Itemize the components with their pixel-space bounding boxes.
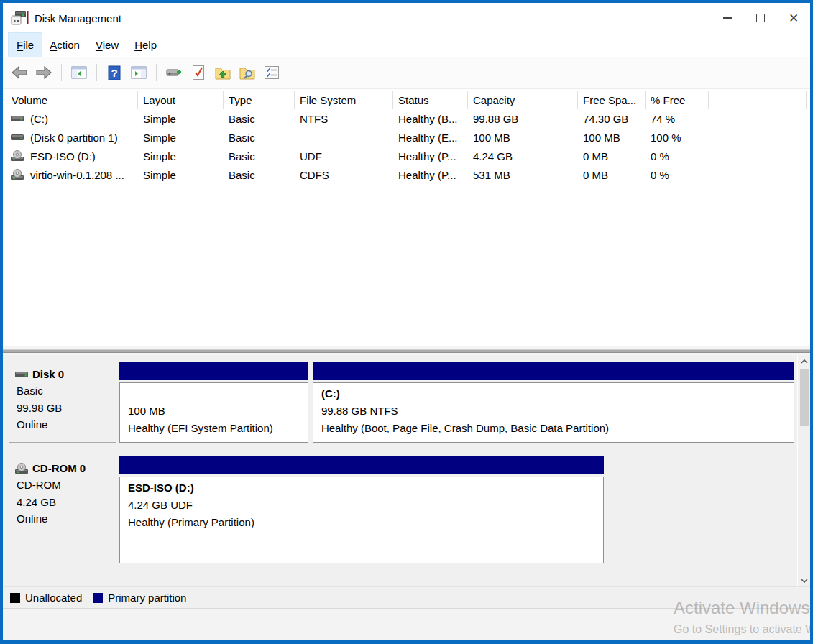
column-header-status[interactable]: Status (393, 91, 468, 109)
splitter-bar (3, 349, 810, 353)
back-button[interactable] (9, 62, 30, 83)
folder-up-icon (215, 65, 231, 80)
partition-info-box: 100 MB Healthy (EFI System Partition) (119, 382, 308, 443)
console-tree-icon (71, 65, 87, 80)
column-header-empty[interactable] (709, 91, 807, 109)
cdrom-0-label[interactable]: CD-ROM 0 CD-ROM 4.24 GB Online (9, 456, 116, 564)
back-arrow-icon (11, 65, 28, 80)
toolbar-separator (156, 64, 157, 81)
status-bar (3, 608, 810, 640)
help-button[interactable]: ? (104, 62, 125, 83)
maximize-button[interactable] (744, 3, 777, 33)
check-document-button[interactable] (188, 62, 209, 83)
menu-help[interactable]: Help (127, 33, 165, 57)
menu-view[interactable]: View (88, 33, 127, 57)
unallocated-label: Unallocated (25, 592, 82, 604)
forward-arrow-icon (35, 65, 52, 80)
pane-splitter[interactable] (3, 346, 810, 355)
hard-disk-icon (15, 369, 29, 380)
partition-color-bar (313, 362, 794, 380)
partition-color-bar (119, 456, 604, 474)
cdrom-0-row: CD-ROM 0 CD-ROM 4.24 GB Online ESD-ISO (… (3, 448, 797, 569)
properties-checklist-icon (264, 65, 280, 80)
menu-view-label: V (96, 39, 103, 51)
show-action-pane-button[interactable] (128, 62, 150, 83)
disk-0-status: Online (17, 416, 111, 433)
legend-bar: Unallocated Primary partition (3, 586, 810, 608)
unallocated-swatch (10, 593, 20, 603)
toolbar-separator (96, 64, 97, 81)
cdrom-0-type: CD-ROM (17, 477, 111, 493)
partition-efi-system[interactable]: 100 MB Healthy (EFI System Partition) (119, 362, 308, 443)
primary-partition-label: Primary partition (108, 592, 186, 604)
disk-0-label[interactable]: Disk 0 Basic 99.98 GB Online (9, 362, 116, 443)
volume-row-virtio-win[interactable]: virtio-win-0.1.208 ... Simple Basic CDFS… (6, 165, 807, 184)
volume-row-esd-iso[interactable]: ESD-ISO (D:) Simple Basic UDF Healthy (P… (6, 147, 807, 165)
chevron-up-icon (801, 359, 808, 364)
graphical-pane-scrollbar[interactable] (797, 355, 810, 586)
properties-button[interactable] (261, 62, 283, 83)
window-title: Disk Management (35, 12, 121, 24)
toolbar: ? (3, 57, 810, 89)
close-icon: ✕ (789, 12, 799, 24)
minimize-icon (723, 17, 732, 19)
action-pane-icon (131, 65, 147, 80)
partition-color-bar (119, 362, 308, 380)
volume-row-c[interactable]: (C:) Simple Basic NTFS Healthy (B... 99.… (6, 109, 807, 128)
svg-text:?: ? (111, 67, 117, 79)
chevron-down-icon (801, 579, 808, 583)
menu-action-label: A (50, 39, 57, 51)
column-header-volume[interactable]: Volume (6, 91, 138, 109)
column-header-file-system[interactable]: File System (295, 91, 393, 109)
partition-c-drive[interactable]: (C:) 99.88 GB NTFS Healthy (Boot, Page F… (313, 362, 794, 443)
show-console-tree-button[interactable] (68, 62, 90, 83)
disk-area: Disk 0 Basic 99.98 GB Online 100 MB Heal… (3, 355, 797, 586)
menu-help-label: H (134, 39, 142, 51)
menu-action[interactable]: Action (42, 33, 88, 57)
cdrom-0-status: Online (17, 510, 111, 527)
toolbar-separator (61, 64, 62, 81)
scrollbar-thumb[interactable] (800, 369, 809, 426)
column-header-capacity[interactable]: Capacity (468, 91, 578, 109)
scroll-up-button[interactable] (798, 355, 811, 367)
disk-0-partitions: 100 MB Healthy (EFI System Partition) (C… (119, 362, 794, 443)
scroll-down-button[interactable] (798, 574, 811, 586)
folder-search-icon (239, 65, 255, 80)
column-header-layout[interactable]: Layout (138, 91, 224, 109)
disk-0-type: Basic (17, 382, 111, 399)
cd-rom-icon (11, 169, 25, 180)
minimize-button[interactable] (711, 3, 744, 33)
volume-list-pane: Volume Layout Type File System Status Ca… (6, 91, 807, 346)
cdrom-0-size: 4.24 GB (17, 494, 111, 510)
window-controls: ✕ (711, 3, 810, 33)
partition-esd-iso[interactable]: ESD-ISO (D:) 4.24 GB UDF Healthy (Primar… (119, 456, 604, 564)
cd-rom-icon (15, 463, 29, 474)
menu-bar: File Action View Help (3, 33, 810, 57)
column-header-pct-free[interactable]: % Free (646, 91, 709, 109)
check-document-icon (191, 65, 206, 80)
maximize-icon (756, 14, 765, 22)
volume-list-header: Volume Layout Type File System Status Ca… (6, 91, 807, 109)
hard-disk-icon (11, 113, 25, 124)
hard-disk-icon (11, 132, 25, 143)
disk-0-size: 99.98 GB (17, 400, 111, 416)
partition-info-box: (C:) 99.88 GB NTFS Healthy (Boot, Page F… (313, 382, 794, 443)
rescan-disks-button[interactable] (163, 62, 185, 83)
rescan-disks-icon (165, 65, 183, 80)
forward-button[interactable] (33, 62, 55, 83)
cd-rom-icon (11, 150, 25, 162)
volume-row-disk0-partition1[interactable]: (Disk 0 partition 1) Simple Basic Health… (6, 128, 807, 147)
menu-file[interactable]: File (9, 33, 42, 57)
cdrom-0-partitions: ESD-ISO (D:) 4.24 GB UDF Healthy (Primar… (119, 456, 794, 564)
primary-partition-swatch (93, 593, 103, 603)
title-bar: Disk Management ✕ (3, 3, 810, 33)
column-header-free-space[interactable]: Free Spa... (578, 91, 646, 109)
folder-up-button[interactable] (212, 62, 234, 83)
menu-file-label: F (17, 39, 23, 51)
folder-search-button[interactable] (236, 62, 258, 83)
partition-info-box: ESD-ISO (D:) 4.24 GB UDF Healthy (Primar… (119, 477, 604, 564)
disk-management-app-icon (10, 9, 29, 27)
help-icon: ? (108, 65, 121, 80)
column-header-type[interactable]: Type (224, 91, 295, 109)
close-button[interactable]: ✕ (777, 3, 810, 33)
